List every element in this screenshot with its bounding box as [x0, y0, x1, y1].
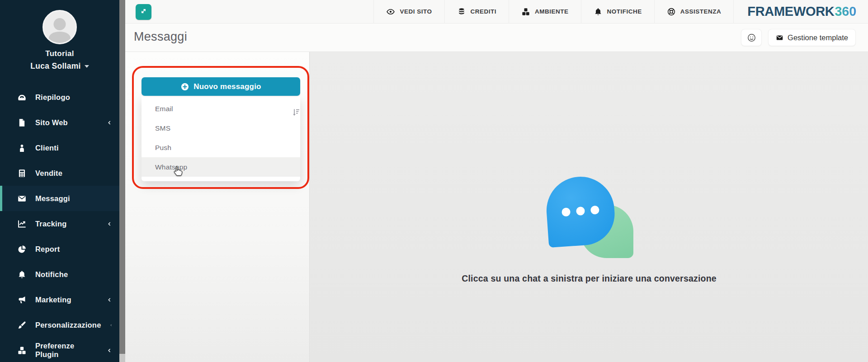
channel-item-push[interactable]: Push	[142, 138, 300, 157]
sidebar-menu: Riepilogo Sito Web Clienti Vendite Messa…	[0, 85, 119, 362]
topbar-nav-items: VEDI SITO CREDITI AMBIENTE NOTIFICHE ASS…	[373, 0, 733, 23]
calculator-icon	[17, 169, 27, 178]
coins-icon	[457, 7, 466, 16]
channel-dropdown: Email SMS Push Whatsapp	[142, 96, 300, 181]
sidebar-item-tracking[interactable]: Tracking	[0, 211, 119, 236]
bell-icon	[594, 7, 603, 16]
expand-icon	[139, 7, 148, 17]
channel-item-email[interactable]: Email	[142, 99, 300, 118]
header-actions: Gestione template	[741, 29, 856, 46]
megaphone-icon	[17, 295, 27, 305]
manage-templates-button[interactable]: Gestione template	[768, 29, 856, 46]
sidebar-item-personalizzazione[interactable]: Personalizzazione	[0, 312, 119, 338]
page-header: Messaggi Gestione template	[125, 24, 868, 52]
profile-section: Tutorial Luca Sollami	[0, 0, 119, 71]
page-title: Messaggi	[134, 30, 187, 44]
chevron-left-icon	[107, 119, 112, 126]
new-message-label: Nuovo messaggio	[193, 82, 261, 91]
topbar-nav: VEDI SITO CREDITI AMBIENTE NOTIFICHE ASS…	[373, 0, 868, 23]
plus-circle-icon	[180, 82, 189, 91]
avatar-head-shape	[54, 18, 66, 30]
pie-icon	[17, 244, 27, 254]
caret-down-icon	[85, 65, 89, 68]
user-name: Luca Sollami	[30, 61, 81, 71]
page-icon	[17, 118, 27, 127]
sidebar-item-vendite[interactable]: Vendite	[0, 160, 119, 186]
conversation-panel: Clicca su una chat a sinistra per inizia…	[310, 52, 868, 362]
sidebar-item-messaggi[interactable]: Messaggi	[0, 186, 119, 211]
channel-item-whatsapp[interactable]: Whatsapp	[142, 157, 300, 177]
topbar: VEDI SITO CREDITI AMBIENTE NOTIFICHE ASS…	[125, 0, 868, 24]
logo-text-360: 360	[835, 4, 857, 19]
gauge-icon	[17, 93, 27, 102]
topbar-item-crediti[interactable]: CREDITI	[444, 0, 509, 23]
typing-dots	[561, 206, 599, 217]
sidebar-item-riepilogo[interactable]: Riepilogo	[0, 85, 119, 110]
workspace-name: Tutorial	[0, 49, 119, 58]
scrollbar[interactable]	[119, 0, 125, 362]
sidebar-item-report[interactable]: Report	[0, 236, 119, 262]
chart-icon	[17, 219, 27, 229]
chevron-left-icon	[110, 322, 112, 329]
person-icon	[17, 143, 27, 153]
bell-icon	[17, 270, 27, 279]
envelope-icon	[776, 34, 783, 42]
sidebar: Tutorial Luca Sollami Riepilogo Sito Web…	[0, 0, 119, 362]
boxes-icon	[17, 346, 27, 355]
logo-text-framework: FRAMEWORK	[747, 4, 834, 19]
avatar-torso-shape	[49, 32, 71, 44]
scrollbar-thumb[interactable]	[119, 0, 125, 354]
logo[interactable]: FRAMEWORK 360	[733, 0, 868, 23]
boxes-icon	[521, 7, 530, 16]
sidebar-item-preferenze-plugin[interactable]: Preferenze Plugin	[0, 338, 119, 362]
app: Tutorial Luca Sollami Riepilogo Sito Web…	[0, 0, 868, 362]
topbar-item-vedi-sito[interactable]: VEDI SITO	[373, 0, 444, 23]
chat-illustration	[544, 177, 634, 260]
topbar-item-ambiente[interactable]: AMBIENTE	[509, 0, 581, 23]
topbar-item-notifiche[interactable]: NOTIFICHE	[581, 0, 654, 23]
brush-icon	[17, 320, 27, 330]
channel-item-sms[interactable]: SMS	[142, 118, 300, 138]
sidebar-item-marketing[interactable]: Marketing	[0, 287, 119, 312]
manage-templates-label: Gestione template	[788, 33, 848, 42]
expand-button[interactable]	[136, 4, 151, 20]
lifering-icon	[667, 7, 676, 16]
emoji-button[interactable]	[741, 29, 762, 46]
smiley-icon	[747, 33, 756, 42]
empty-state-caption: Clicca su una chat a sinistra per inizia…	[462, 273, 717, 284]
sort-icon[interactable]	[291, 108, 301, 117]
chevron-left-icon	[107, 221, 112, 227]
new-message-button[interactable]: Nuovo messaggio	[142, 77, 300, 96]
chevron-left-icon	[107, 296, 112, 303]
envelope-icon	[17, 194, 27, 203]
sidebar-item-notifiche[interactable]: Notifiche	[0, 262, 119, 287]
topbar-item-assistenza[interactable]: ASSISTENZA	[654, 0, 734, 23]
avatar[interactable]	[42, 10, 77, 44]
sidebar-item-sito-web[interactable]: Sito Web	[0, 110, 119, 135]
chevron-left-icon	[107, 347, 112, 354]
sidebar-item-clienti[interactable]: Clienti	[0, 135, 119, 160]
user-menu[interactable]: Luca Sollami	[0, 61, 119, 71]
eye-icon	[386, 7, 395, 16]
